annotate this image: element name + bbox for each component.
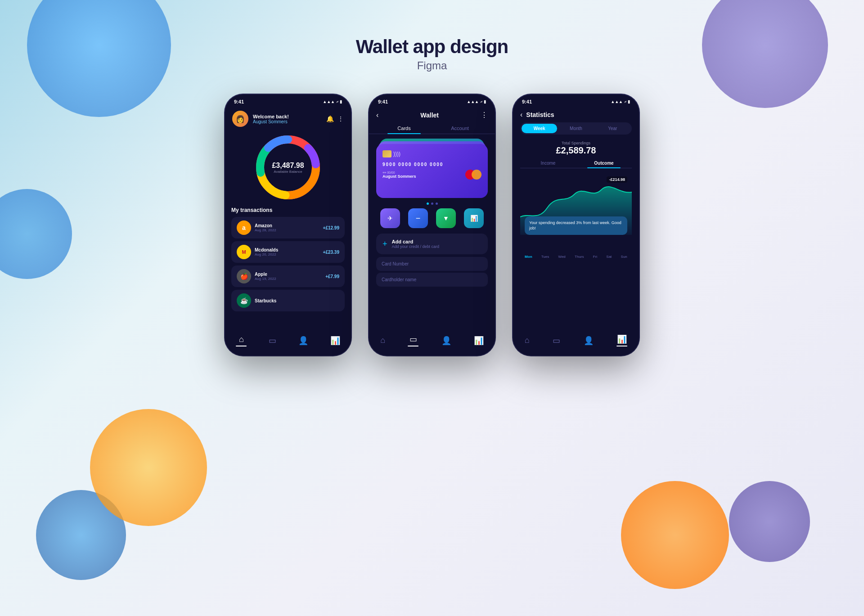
spending-chart: -£214.98 Your spending decreased 3% from… — [520, 172, 632, 253]
cards-stack: )))) 9000 0000 0000 0000 ≡≡ 00/00 August… — [376, 139, 488, 202]
battery-icon: ▮ — [340, 99, 342, 104]
notch-2 — [414, 94, 450, 103]
day-fri[interactable]: Fri — [593, 255, 597, 259]
bell-icon[interactable]: 🔔 — [326, 115, 334, 122]
nav-card-2[interactable]: ▭ — [408, 334, 418, 346]
day-sat[interactable]: Sat — [606, 255, 612, 259]
dot-2 — [431, 202, 433, 205]
card-front[interactable]: )))) 9000 0000 0000 0000 ≡≡ 00/00 August… — [376, 144, 488, 198]
status-icons-1: ▲▲▲ ⌿ ▮ — [323, 99, 342, 104]
bg-blob-blue-topleft — [27, 0, 171, 117]
transaction-name: Mcdonalds — [255, 247, 278, 252]
nav-card[interactable]: ▭ — [269, 336, 276, 346]
bar-icon: 📊 — [470, 215, 478, 222]
nav-chart-2[interactable]: 📊 — [474, 336, 484, 346]
minus-icon: − — [416, 214, 421, 223]
menu-icon[interactable]: ⋮ — [338, 115, 344, 122]
bg-blob-purple-topright — [702, 0, 828, 108]
nav-profile[interactable]: 👤 — [298, 336, 308, 346]
back-button[interactable]: ‹ — [376, 111, 378, 119]
transaction-item[interactable]: 🍎 Apple Aug 19, 2022 +£7.99 — [231, 265, 345, 287]
page-title: Wallet app design — [356, 36, 508, 58]
chip-icon — [382, 150, 392, 157]
nav-home[interactable]: ⌂ — [236, 335, 247, 346]
nav-profile-3[interactable]: 👤 — [584, 336, 594, 346]
nav-card-3[interactable]: ▭ — [553, 336, 560, 346]
action-chart[interactable]: 📊 — [464, 208, 484, 228]
status-time-1: 9:41 — [234, 99, 244, 104]
day-wed[interactable]: Wed — [558, 255, 566, 259]
add-card-label: Add card — [392, 239, 440, 244]
transaction-item[interactable]: ☕ Starbucks — [231, 290, 345, 311]
action-logo[interactable]: ▼ — [436, 208, 456, 228]
card-expiry-label: ≡≡ 00/00 — [382, 171, 416, 174]
day-thurs[interactable]: Thurs — [575, 255, 584, 259]
wallet-title: Wallet — [420, 112, 439, 119]
bg-blob-orange-bottomright — [621, 481, 729, 589]
nav-chart[interactable]: 📊 — [330, 336, 340, 346]
wallet-topbar: ‹ Wallet ⋮ — [369, 107, 495, 119]
transactions-section: My transactions a Amazon Aug 28, 2022 +£… — [225, 207, 351, 311]
transactions-title: My transactions — [231, 207, 345, 213]
filter-year[interactable]: Year — [595, 124, 630, 133]
transaction-item[interactable]: M Mcdonalds Aug 20, 2022 +£23.39 — [231, 241, 345, 263]
stats-title: Statistics — [526, 111, 554, 118]
wifi-icon-2: ⌿ — [480, 99, 482, 104]
user-header: 👩 Welcome back! August Sommers 🔔 ⋮ — [225, 107, 351, 127]
day-sun[interactable]: Sun — [621, 255, 627, 259]
nav-home-3[interactable]: ⌂ — [525, 336, 530, 345]
notch-1 — [270, 94, 306, 103]
phone-wallet: 9:41 ▲▲▲ ⌿ ▮ ‹ Wallet ⋮ Cards Account — [369, 94, 495, 355]
card-footer: ≡≡ 00/00 August Sommers — [382, 170, 482, 180]
apple-icon: 🍎 — [237, 269, 251, 283]
signal-icon-3: ▲▲▲ — [611, 99, 623, 104]
action-minus[interactable]: − — [408, 208, 428, 228]
day-mon[interactable]: Mon — [525, 255, 532, 259]
day-labels: Mon Tues Wed Thurs Fri Sat Sun — [513, 255, 639, 259]
user-info: 👩 Welcome back! August Sommers — [232, 111, 289, 127]
action-send[interactable]: ✈ — [380, 208, 400, 228]
wallet-tabs: Cards Account — [369, 119, 495, 134]
card-holder-name: August Sommers — [382, 174, 416, 179]
filter-week[interactable]: Week — [522, 124, 557, 133]
card-number-input[interactable]: Card Number — [376, 257, 488, 271]
bottom-nav-3: ⌂ ▭ 👤 📊 — [513, 330, 639, 355]
phone-statistics: 9:41 ▲▲▲ ⌿ ▮ ‹ Statistics Week Month Yea… — [513, 94, 639, 355]
add-icon: + — [382, 239, 387, 249]
status-time-2: 9:41 — [378, 99, 388, 104]
transaction-amount: +£7.99 — [325, 274, 339, 279]
tab-cards[interactable]: Cards — [376, 123, 432, 134]
bg-blob-purple-bottomright — [729, 481, 810, 562]
nav-home-2[interactable]: ⌂ — [380, 336, 385, 345]
notch-3 — [558, 94, 594, 103]
add-card-button[interactable]: + Add card Add your credit / debt card — [376, 234, 488, 254]
tab-account[interactable]: Account — [432, 123, 488, 134]
cardholder-input[interactable]: Cardholder name — [376, 273, 488, 287]
mastercard-logo — [465, 170, 482, 180]
bottom-nav-1: ⌂ ▭ 👤 📊 — [225, 330, 351, 355]
filter-month[interactable]: Month — [558, 124, 594, 133]
transaction-name: Apple — [255, 272, 276, 277]
day-tues[interactable]: Tues — [541, 255, 549, 259]
balance-label: Available Balance — [272, 170, 304, 174]
transaction-item[interactable]: a Amazon Aug 28, 2022 +£12.99 — [231, 217, 345, 238]
mc-yellow — [472, 170, 482, 180]
stats-back-button[interactable]: ‹ — [520, 111, 522, 119]
signal-icon-2: ▲▲▲ — [467, 99, 479, 104]
battery-icon-2: ▮ — [484, 99, 486, 104]
nfc-icon: )))) — [393, 151, 400, 157]
bg-blob-orange-midleft — [90, 409, 207, 526]
card-number-display: 9000 0000 0000 0000 — [382, 162, 482, 167]
page-subtitle: Figma — [356, 59, 508, 72]
user-name: August Sommers — [253, 119, 289, 124]
total-label: Total Spendings — [513, 141, 639, 145]
io-tabs: Income Outcome — [520, 158, 632, 168]
user-text: Welcome back! August Sommers — [253, 114, 289, 124]
transaction-amount: +£23.39 — [323, 250, 339, 255]
nav-chart-3[interactable]: 📊 — [616, 334, 627, 346]
tab-income[interactable]: Income — [520, 158, 576, 168]
tab-outcome[interactable]: Outcome — [576, 158, 632, 168]
nav-profile-2[interactable]: 👤 — [441, 336, 451, 346]
more-button[interactable]: ⋮ — [481, 111, 488, 119]
card-chip: )))) — [382, 150, 482, 157]
